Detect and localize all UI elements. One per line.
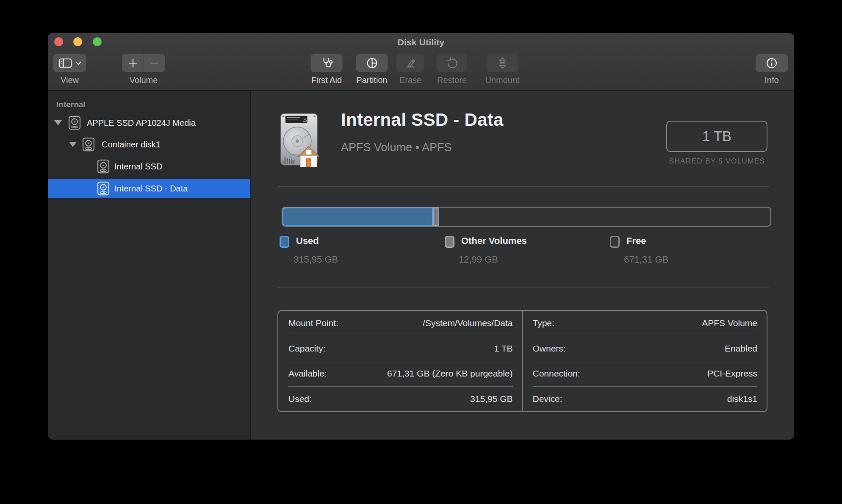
close-button[interactable]	[54, 37, 63, 46]
restore-arrow-icon	[445, 56, 459, 70]
details-card: Mount Point: /System/Volumes/Data Capaci…	[277, 310, 767, 412]
partition-label: Partition	[356, 75, 387, 85]
disclosure-triangle-icon[interactable]	[54, 120, 62, 125]
disk-icon	[96, 181, 111, 196]
first-aid-button[interactable]	[311, 54, 343, 72]
legend-free-label: Free	[626, 235, 646, 246]
erase-button[interactable]	[396, 54, 424, 72]
view-group: View	[53, 54, 86, 85]
sidebar-item-internal-ssd-data[interactable]: Internal SSD - Data	[48, 179, 250, 198]
legend-other-volumes: Other Volumes	[445, 235, 527, 248]
detail-row-capacity: Capacity: 1 TB	[288, 336, 513, 362]
detail-row-device: Device: disk1s1	[533, 387, 758, 412]
remove-volume-button[interactable]	[144, 54, 165, 72]
volume-group: Volume	[122, 54, 165, 85]
unmount-group: Unmount	[485, 54, 519, 85]
legend-other-volumes-value: 12,99 GB	[459, 254, 498, 265]
minus-icon	[149, 58, 160, 69]
sidebar-item-label: Internal SSD - Data	[114, 184, 188, 194]
detail-label: Owners:	[533, 343, 566, 354]
hard-drive-home-icon	[279, 112, 319, 167]
disk-icon	[96, 159, 111, 174]
sidebar-section-internal: Internal	[56, 100, 86, 109]
fullscreen-button[interactable]	[93, 37, 102, 46]
disclosure-triangle-icon[interactable]	[69, 142, 77, 147]
other-volumes-swatch-icon	[445, 236, 454, 248]
restore-button[interactable]	[437, 54, 467, 72]
toolbar: Disk Utility View	[48, 33, 794, 91]
detail-label: Used:	[288, 394, 312, 404]
detail-row-type: Type: APFS Volume	[533, 311, 758, 336]
disk-icon	[67, 115, 82, 130]
stethoscope-icon	[320, 56, 333, 70]
sidebar-item-apple-ssd[interactable]: APPLE SSD AP1024J Media	[48, 113, 250, 133]
first-aid-group: First Aid	[311, 54, 343, 85]
detail-value: 315,95 GB	[470, 394, 512, 404]
sidebar-item-label: Container disk1	[102, 140, 161, 150]
erase-label: Erase	[399, 75, 421, 85]
info-group: Info	[756, 54, 788, 85]
traffic-lights	[54, 37, 110, 48]
volume-segmented-control	[122, 54, 165, 72]
volume-subtitle: APFS Volume • APFS	[341, 141, 452, 154]
detail-row-used: Used: 315,95 GB	[288, 387, 513, 412]
partition-button[interactable]	[356, 54, 388, 72]
detail-label: Type:	[533, 318, 554, 328]
info-button[interactable]	[756, 54, 788, 72]
detail-value: 671,31 GB (Zero KB purgeable)	[387, 368, 513, 379]
capacity-value: 1 TB	[702, 128, 731, 144]
partition-pie-icon	[365, 56, 379, 70]
legend-used-label: Used	[296, 235, 319, 246]
detail-value: 1 TB	[494, 343, 513, 354]
plus-icon	[127, 58, 138, 69]
content-area: Internal APPLE SSD AP1024J Media	[48, 91, 794, 440]
detail-label: Mount Point:	[288, 318, 338, 328]
main-pane: Internal SSD - Data APFS Volume • APFS 1…	[251, 91, 794, 440]
separator	[277, 287, 769, 288]
volume-title: Internal SSD - Data	[341, 110, 504, 130]
minimize-button[interactable]	[73, 37, 82, 46]
free-swatch-icon	[610, 236, 620, 248]
sidebar-item-label: APPLE SSD AP1024J Media	[87, 118, 196, 128]
window-title: Disk Utility	[48, 37, 794, 47]
capacity-caption: SHARED BY 5 VOLUMES	[649, 157, 785, 166]
sidebar-item-container-disk1[interactable]: Container disk1	[48, 135, 250, 154]
detail-value: /System/Volumes/Data	[423, 318, 512, 328]
unmount-button[interactable]	[487, 54, 518, 72]
detail-value: Enabled	[725, 343, 757, 354]
info-label: Info	[764, 75, 778, 85]
unmount-label: Unmount	[485, 75, 519, 85]
usage-segment-used	[283, 208, 433, 226]
detail-value: disk1s1	[727, 394, 757, 404]
sidebar-item-label: Internal SSD	[114, 162, 162, 172]
details-left-column: Mount Point: /System/Volumes/Data Capaci…	[278, 311, 523, 411]
add-volume-button[interactable]	[122, 54, 144, 72]
info-icon	[765, 56, 778, 70]
restore-label: Restore	[437, 75, 467, 85]
legend-free: Free	[610, 235, 646, 248]
legend-used: Used	[280, 235, 319, 248]
usage-bar	[282, 207, 771, 227]
view-button[interactable]	[53, 54, 86, 72]
separator	[277, 186, 769, 187]
disk-icon	[81, 137, 96, 152]
legend-other-volumes-label: Other Volumes	[461, 235, 527, 246]
detail-row-owners: Owners: Enabled	[533, 336, 758, 362]
erase-pen-icon	[404, 56, 417, 70]
capacity-badge: 1 TB	[666, 121, 767, 152]
disk-utility-window: Disk Utility View	[48, 33, 794, 440]
legend-used-value: 315,95 GB	[294, 254, 338, 265]
sidebar: Internal APPLE SSD AP1024J Media	[48, 91, 251, 440]
detail-label: Connection:	[533, 368, 580, 379]
detail-value: APFS Volume	[702, 318, 757, 328]
chevron-down-icon	[75, 61, 81, 65]
volume-label: Volume	[130, 75, 158, 85]
sidebar-item-internal-ssd[interactable]: Internal SSD	[48, 157, 250, 176]
detail-label: Capacity:	[288, 343, 326, 354]
detail-value: PCI-Express	[707, 368, 757, 379]
detail-label: Device:	[533, 394, 562, 404]
details-right-column: Type: APFS Volume Owners: Enabled Connec…	[523, 311, 767, 411]
erase-group: Erase	[396, 54, 424, 85]
usage-segment-other-volumes	[433, 208, 439, 226]
detail-row-connection: Connection: PCI-Express	[533, 361, 758, 387]
